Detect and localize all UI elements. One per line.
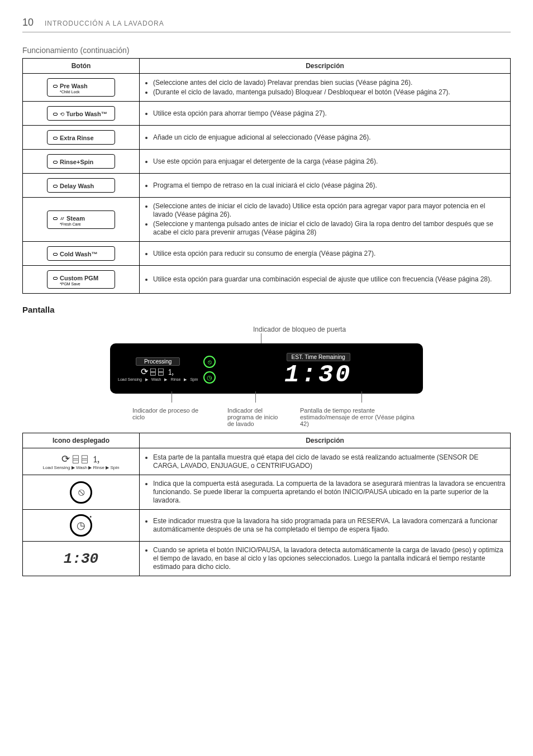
col-desc: Descripción (140, 59, 511, 74)
time-icon: 1:30 (64, 551, 98, 567)
col-icon: Icono desplegado (23, 433, 140, 448)
button-outline: Rinse+Spin (47, 154, 115, 169)
stage-spin: Spin (190, 377, 198, 382)
description-item: (Durante el ciclo de lavado, mantenga pu… (153, 88, 506, 97)
description-cell: (Seleccione antes del ciclo de lavado) P… (140, 74, 511, 102)
table-row: Rinse+SpinUse este opción para enjuagar … (23, 150, 511, 174)
button-main-label: Rinse+Spin (60, 159, 93, 165)
table-row: Pre Wash*Child Lock(Seleccione antes del… (23, 74, 511, 102)
pointer-cycle: Indicador de proceso de ciclo (132, 396, 211, 420)
button-cell: Cold Wash™ (23, 242, 140, 266)
heading-pantalla: Pantalla (22, 305, 511, 314)
door-lock-icon: ⦸ (70, 481, 92, 504)
description-item: Utilice esta opción para ahorrar tiempo … (153, 109, 506, 118)
description-item: (Seleccione antes del ciclo de lavado) P… (153, 79, 506, 87)
icon-cell: ⦸ (23, 475, 140, 510)
description-item: Añade un ciclo de enjuague adicional al … (153, 133, 506, 142)
load-sensing-icon: ⟳ (141, 367, 148, 376)
button-sub-label: *Fresh Care (60, 222, 109, 226)
table-row: Delay WashPrograma el tiempo de retraso … (23, 174, 511, 198)
description-cell: Utilice esta opción para reducir su cons… (140, 242, 511, 266)
delay-clock-icon: ◷ (203, 371, 216, 384)
button-cell: Custom PGM*PGM Save (23, 266, 140, 294)
icons-table: Icono desplegado Descripción ⟳ ⌸ ⌸ 🄂Load… (22, 433, 511, 576)
display-diagram: Indicador de bloqueo de puerta Processin… (110, 326, 423, 427)
button-main-label: Turbo Wash™ (66, 111, 107, 117)
table-row: ⟳ ⌸ ⌸ 🄂Load Sensing ▶ Wash ▶ Rinse ▶ Spi… (23, 448, 511, 475)
rinse-icon: ⌸ (158, 367, 164, 376)
table-row: ◷•Este indicador muestra que la lavadora… (23, 510, 511, 542)
page-header: 10 INTRODUCCIÓN A LA LAVADORA (22, 17, 511, 32)
description-item: Programa el tiempo de retraso en la cual… (153, 181, 506, 190)
lock-indicator-label: Indicador de bloqueo de puerta (253, 326, 423, 333)
button-cell: Pre Wash*Child Lock (23, 74, 140, 102)
button-cell: ⟲ Turbo Wash™ (23, 102, 140, 126)
table-row: Custom PGM*PGM SaveUtilice esta opción p… (23, 266, 511, 294)
est-time-label: EST. Time Remaining (287, 353, 350, 361)
time-value: 1:30 (221, 362, 415, 387)
description-item: Cuando se aprieta el botón INICIO/PAUSA,… (153, 546, 506, 571)
description-item: Esta parte de la pantalla muestra qué et… (153, 453, 506, 470)
description-cell: Cuando se aprieta el botón INICIO/PAUSA,… (140, 542, 511, 576)
button-outline: Cold Wash™ (47, 246, 115, 261)
pointer-remaining: Pantalla de tiempo restante estimado/men… (300, 396, 423, 427)
col-button: Botón (23, 59, 140, 74)
stage-load: Load Sensing (118, 377, 142, 382)
button-main-label: Delay Wash (60, 183, 94, 189)
display-panel: Processing ⟳ ⌸ ⌸ 🄂 Load Sensing ▶ Wash ▶… (110, 343, 423, 394)
icon-cell: ⟳ ⌸ ⌸ 🄂Load Sensing ▶ Wash ▶ Rinse ▶ Spi… (23, 448, 140, 475)
button-outline: Pre Wash*Child Lock (47, 78, 115, 97)
delay-clock-icon: ◷• (70, 514, 92, 537)
button-sub-label: *Child Lock (60, 90, 109, 94)
processing-label: Processing (136, 357, 180, 366)
table-row: Cold Wash™Utilice esta opción para reduc… (23, 242, 511, 266)
stage-rinse: Rinse (170, 377, 180, 382)
table-row: ⦸Indica que la compuerta está asegurada.… (23, 475, 511, 510)
button-outline: Steam*Fresh Care (47, 210, 115, 229)
stages-glyph-row: ⟳ ⌸ ⌸ 🄂 (25, 453, 137, 465)
button-cell: Delay Wash (23, 174, 140, 198)
icon-cell: ◷• (23, 510, 140, 542)
section-title: INTRODUCCIÓN A LA LAVADORA (45, 20, 164, 27)
button-outline: ⟲ Turbo Wash™ (47, 106, 115, 121)
button-main-label: Pre Wash (60, 83, 88, 89)
description-cell: Este indicador muestra que la lavadora h… (140, 510, 511, 542)
button-outline: Custom PGM*PGM Save (47, 270, 115, 289)
page-number: 10 (22, 17, 34, 28)
button-sub-label: *PGM Save (60, 282, 109, 286)
button-main-label: Steam (66, 215, 85, 222)
description-cell: Programa el tiempo de retraso en la cual… (140, 174, 511, 198)
description-item: Utilice esta opción para guardar una com… (153, 275, 506, 284)
description-cell: Indica que la compuerta está asegurada. … (140, 475, 511, 510)
description-cell: Use este opción para enjuagar el deterge… (140, 150, 511, 174)
table-row: Steam*Fresh Care(Seleccione antes de ini… (23, 198, 511, 242)
wash-icon: ⌸ (150, 367, 156, 376)
col-desc2: Descripción (140, 433, 511, 448)
stages-line: Load Sensing ▶ Wash ▶ Rinse ▶ Spin (25, 465, 137, 470)
description-item: Use este opción para enjuagar el deterge… (153, 157, 506, 166)
button-outline: Extra Rinse (47, 130, 115, 145)
button-outline: Delay Wash (47, 178, 115, 193)
button-cell: Steam*Fresh Care (23, 198, 140, 242)
description-item: (Seleccione antes de iniciar el ciclo de… (153, 202, 506, 219)
description-item: Este indicador muestra que la lavadora h… (153, 517, 506, 534)
pointer-program: Indicador del programa de inicio de lava… (227, 396, 283, 427)
icon-cell: 1:30 (23, 542, 140, 576)
button-cell: Extra Rinse (23, 126, 140, 150)
button-main-label: Cold Wash™ (60, 251, 97, 257)
description-cell: (Seleccione antes de iniciar el ciclo de… (140, 198, 511, 242)
button-main-label: Extra Rinse (60, 135, 94, 141)
description-cell: Utilice esta opción para ahorrar tiempo … (140, 102, 511, 126)
description-item: Utilice esta opción para reducir su cons… (153, 250, 506, 258)
door-lock-icon: ⦸ (203, 356, 216, 368)
spin-icon: 🄂 (166, 367, 175, 376)
description-cell: Esta parte de la pantalla muestra qué et… (140, 448, 511, 475)
description-item: Indica que la compuerta está asegurada. … (153, 480, 506, 505)
stage-wash: Wash (151, 377, 161, 382)
description-item: (Seleccione y mantenga pulsado antes de … (153, 220, 506, 237)
table-row: Extra RinseAñade un ciclo de enjuague ad… (23, 126, 511, 150)
button-main-label: Custom PGM (60, 275, 98, 281)
buttons-table: Botón Descripción Pre Wash*Child Lock(Se… (22, 58, 511, 294)
table-row: ⟲ Turbo Wash™Utilice esta opción para ah… (23, 102, 511, 126)
button-cell: Rinse+Spin (23, 150, 140, 174)
